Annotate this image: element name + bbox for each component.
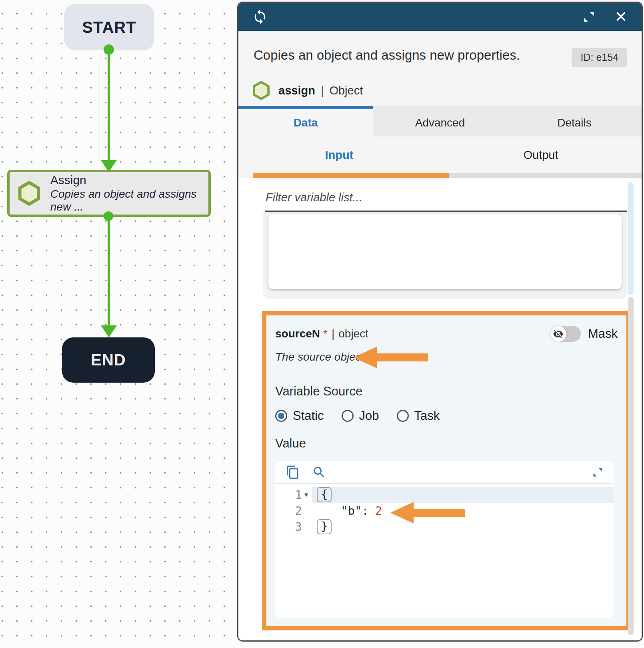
radio-task[interactable]: Task [397,409,440,423]
subtab-input[interactable]: Input [238,136,440,173]
code-editor-toolbar [275,461,614,484]
eye-off-icon [553,329,564,339]
start-node[interactable]: START [64,4,154,50]
variable-source-options: Static Job Task [275,407,618,424]
field-name: sourceN [275,327,320,340]
tab-details[interactable]: Details [507,106,642,136]
block-type: Object [329,84,363,97]
json-value: 2 [375,504,382,518]
field-description: The source object [275,351,618,367]
panel-scrollbar[interactable] [628,297,634,635]
panel-title: Copies an object and assigns new propert… [254,48,520,63]
field-separator: | [332,327,334,340]
end-node-label: END [91,351,126,369]
radio-static[interactable]: Static [275,409,324,423]
panel-title-row: Copies an object and assigns new propert… [238,31,642,75]
subtab-output[interactable]: Output [440,136,642,173]
json-colon: : [362,504,368,518]
code-line-1[interactable]: 1 ▼ { [275,487,614,503]
line-number-2: 2 [295,504,302,518]
block-hexagon-icon [253,81,270,100]
mask-toggle-knob [550,326,566,342]
filter-variable-input[interactable] [265,189,627,212]
search-icon[interactable] [312,465,326,479]
sourcen-field-section: sourceN * | object Mask The source obj [262,311,631,630]
edge-assign-end-arrowhead [101,325,117,337]
radio-static-circle[interactable] [275,410,287,422]
sync-icon[interactable] [252,9,268,25]
tab-advanced[interactable]: Advanced [373,106,507,136]
flow-editor-canvas: { "canvas": { "start_label": "START", "a… [0,0,644,648]
code-line-3[interactable]: 3 ▼ } [275,519,614,535]
radio-job[interactable]: Job [342,409,379,423]
gutter-line-3[interactable]: 3 ▼ [275,520,312,534]
input-progress-track [253,173,642,178]
close-brace: } [317,519,332,534]
assign-node[interactable]: Assign Copies an object and assigns new … [7,170,211,217]
edge-start-assign [108,50,110,163]
value-code-editor[interactable]: 1 ▼ { 2 ▼ "b": 2 [275,461,614,618]
assign-node-text: Assign Copies an object and assigns new … [50,173,208,213]
line-number-3: 3 [295,520,302,534]
panel-header: ✕ [238,3,642,31]
field-header-row: sourceN * | object Mask [275,326,618,342]
node-id-badge: ID: e154 [572,48,627,67]
main-tab-strip: Data Advanced Details [238,106,642,136]
block-identity-row: assign | Object [238,75,642,106]
variable-list-container [263,212,627,299]
line-number-1: 1 [295,488,302,502]
panel-content: sourceN * | object Mask The source obj [238,178,642,640]
start-node-label: START [82,18,136,36]
block-name: assign [278,84,315,97]
value-label: Value [275,436,618,452]
radio-job-label: Job [359,409,379,423]
open-brace: { [317,487,332,502]
input-progress-fill [253,173,449,178]
assign-node-description: Copies an object and assigns new ... [50,188,208,213]
code-line-2[interactable]: 2 ▼ "b": 2 [275,503,614,519]
edge-assign-end [108,218,110,325]
close-panel-icon[interactable]: ✕ [614,9,627,24]
code-area[interactable]: 1 ▼ { 2 ▼ "b": 2 [275,484,614,535]
json-key: "b" [341,504,362,518]
variable-list-scrollbar[interactable] [628,182,634,295]
radio-static-label: Static [293,409,324,423]
fold-arrow-icon[interactable]: ▼ [304,491,308,498]
block-separator: | [321,84,324,97]
tab-data[interactable]: Data [238,106,373,136]
mask-toggle-group: Mask [550,326,618,342]
assign-node-title: Assign [50,173,208,187]
mask-toggle[interactable] [550,326,581,342]
expand-editor-icon[interactable] [592,467,603,478]
io-subtab-strip: Input Output [238,136,642,173]
radio-job-circle[interactable] [342,410,354,422]
code-content-1[interactable]: { [312,487,614,503]
radio-task-circle[interactable] [397,410,409,422]
mask-label: Mask [588,327,618,341]
code-content-3[interactable]: } [312,519,614,535]
code-content-2[interactable]: "b": 2 [312,503,614,519]
expand-panel-icon[interactable] [582,10,595,23]
node-config-panel: ✕ Copies an object and assigns new prope… [237,2,643,642]
required-marker: * [323,327,328,340]
radio-task-label: Task [414,409,440,423]
variable-list-empty[interactable] [268,214,622,289]
gutter-line-2[interactable]: 2 ▼ [275,504,312,518]
assign-node-hexagon-icon [18,179,40,207]
variable-source-label: Variable Source [275,384,618,400]
gutter-line-1[interactable]: 1 ▼ [275,488,312,502]
end-node[interactable]: END [62,337,155,383]
copy-icon[interactable] [286,465,300,479]
field-type: object [338,327,368,340]
